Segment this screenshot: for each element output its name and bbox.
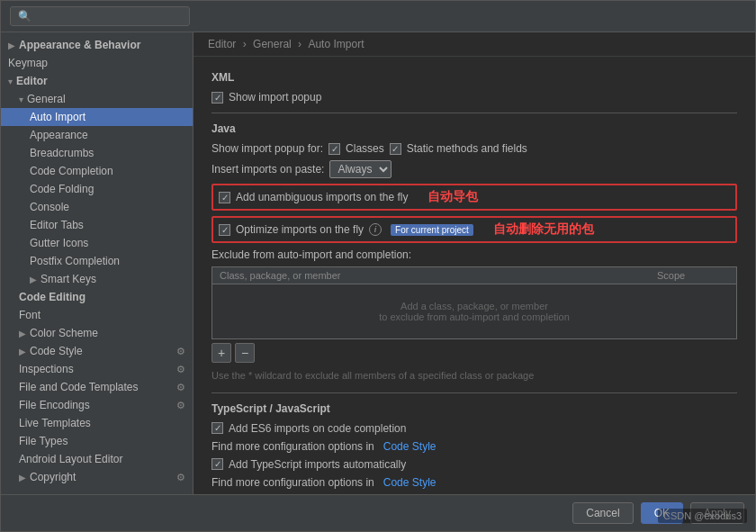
- breadcrumb-sep1: ›: [243, 38, 249, 50]
- sidebar-label-general: General: [27, 93, 66, 105]
- sidebar: ▶ Appearance & BehaviorKeymap▾ Editor▾ G…: [1, 32, 194, 494]
- sidebar-item-android-layout-editor[interactable]: Android Layout Editor: [1, 450, 193, 468]
- optimize-imports-checkbox[interactable]: [219, 224, 230, 236]
- optimize-imports-row: Optimize imports on the fly i For curren…: [212, 216, 737, 243]
- sidebar-item-console[interactable]: Console: [1, 198, 193, 216]
- sidebar-item-code-completion[interactable]: Code Completion: [1, 162, 193, 180]
- dialog-body: ▶ Appearance & BehaviorKeymap▾ Editor▾ G…: [1, 32, 755, 494]
- sidebar-item-breadcrumbs[interactable]: Breadcrumbs: [1, 144, 193, 162]
- sidebar-item-code-editing[interactable]: Code Editing: [1, 288, 193, 306]
- sidebar-label-editor-tabs: Editor Tabs: [30, 219, 84, 231]
- ts-add-typescript-label: Add TypeScript imports automatically: [229, 458, 406, 471]
- arrow-icon-color-scheme: ▶: [19, 329, 26, 338]
- sidebar-item-auto-import[interactable]: Auto Import: [1, 108, 193, 126]
- sidebar-label-gutter-icons: Gutter Icons: [30, 237, 88, 249]
- add-exclude-button[interactable]: +: [212, 343, 231, 363]
- sidebar-item-font[interactable]: Font: [1, 306, 193, 324]
- breadcrumb: Editor › General › Auto Import: [194, 32, 755, 57]
- settings-icon-file-encodings: ⚙: [176, 400, 185, 411]
- table-actions: + −: [212, 343, 737, 363]
- search-input[interactable]: [10, 6, 190, 26]
- add-unambiguous-annotation: 自动导包: [428, 189, 478, 205]
- remove-exclude-button[interactable]: −: [235, 343, 255, 363]
- exclude-table: Class, package, or member Scope Add a cl…: [212, 266, 737, 339]
- exclude-table-empty-text: Add a class, package, or memberto exclud…: [379, 301, 570, 322]
- ts-find-more2-row: Find more configuration options in Code …: [212, 476, 737, 489]
- xml-show-import-label: Show import popup: [229, 91, 321, 104]
- sidebar-item-general[interactable]: ▾ General: [1, 90, 193, 108]
- breadcrumb-sep2: ›: [298, 38, 304, 50]
- sidebar-label-keymap: Keymap: [8, 57, 48, 69]
- xml-show-import-checkbox[interactable]: [212, 92, 223, 104]
- ts-find-more1-row: Find more configuration options in Code …: [212, 440, 737, 453]
- xml-show-import-row: Show import popup: [212, 91, 737, 104]
- settings-dialog: ▶ Appearance & BehaviorKeymap▾ Editor▾ G…: [0, 0, 756, 532]
- ts-find-more1-prefix: Find more configuration options in: [212, 440, 374, 453]
- sidebar-item-file-types[interactable]: File Types: [1, 432, 193, 450]
- add-unambiguous-row: Add unambiguous imports on the fly 自动导包: [212, 184, 737, 211]
- java-insert-imports-select[interactable]: Always Ask Never: [329, 160, 392, 178]
- sidebar-label-live-templates: Live Templates: [19, 417, 91, 429]
- divider-1: [212, 113, 737, 113]
- sidebar-item-code-folding[interactable]: Code Folding: [1, 180, 193, 198]
- watermark: CSDN @exodus3: [658, 509, 747, 523]
- sidebar-label-file-encodings: File Encodings: [19, 399, 90, 411]
- sidebar-item-editor[interactable]: ▾ Editor: [1, 72, 193, 90]
- sidebar-item-postfix-completion[interactable]: Postfix Completion: [1, 252, 193, 270]
- sidebar-item-keymap[interactable]: Keymap: [1, 54, 193, 72]
- optimize-imports-info-icon[interactable]: i: [369, 223, 382, 236]
- content-inner: XML Show import popup Java Show import p…: [194, 57, 755, 494]
- sidebar-item-copyright[interactable]: ▶ Copyright⚙: [1, 468, 193, 486]
- sidebar-label-editor: Editor: [16, 75, 48, 87]
- ts-add-typescript-row: Add TypeScript imports automatically: [212, 458, 737, 471]
- java-classes-checkbox[interactable]: [328, 143, 340, 155]
- sidebar-item-code-style[interactable]: ▶ Code Style⚙: [1, 342, 193, 360]
- sidebar-label-inspections: Inspections: [19, 363, 74, 375]
- arrow-icon-smart-keys: ▶: [30, 275, 37, 284]
- exclude-table-body: Add a class, package, or memberto exclud…: [212, 284, 736, 338]
- optimize-imports-label: Optimize imports on the fly: [236, 223, 364, 236]
- sidebar-label-smart-keys: Smart Keys: [40, 273, 96, 285]
- sidebar-item-appearance[interactable]: Appearance: [1, 126, 193, 144]
- sidebar-item-appearance-behavior[interactable]: ▶ Appearance & Behavior: [1, 36, 193, 54]
- sidebar-item-live-templates[interactable]: Live Templates: [1, 414, 193, 432]
- ts-find-more1-link[interactable]: Code Style: [383, 440, 436, 453]
- sidebar-item-color-scheme[interactable]: ▶ Color Scheme: [1, 324, 193, 342]
- sidebar-label-code-editing: Code Editing: [19, 291, 86, 303]
- divider-2: [212, 392, 737, 393]
- sidebar-item-inspections[interactable]: Inspections⚙: [1, 360, 193, 378]
- java-show-popup-prefix: Show import popup for:: [212, 142, 323, 155]
- dialog-footer: Cancel OK Apply CSDN @exodus3: [1, 494, 755, 531]
- cancel-button[interactable]: Cancel: [572, 502, 633, 524]
- add-unambiguous-label: Add unambiguous imports on the fly: [236, 191, 408, 203]
- sidebar-label-copyright: Copyright: [30, 471, 76, 483]
- settings-icon-inspections: ⚙: [176, 364, 185, 375]
- sidebar-label-code-folding: Code Folding: [30, 183, 94, 195]
- java-classes-label: Classes: [346, 142, 384, 155]
- ts-es6-row: Add ES6 imports on code completion: [212, 422, 737, 435]
- exclude-col1-header: Class, package, or member: [220, 270, 657, 281]
- sidebar-item-file-code-templates[interactable]: File and Code Templates⚙: [1, 378, 193, 396]
- sidebar-item-file-encodings[interactable]: File Encodings⚙: [1, 396, 193, 414]
- sidebar-label-postfix-completion: Postfix Completion: [30, 255, 120, 267]
- sidebar-item-smart-keys[interactable]: ▶ Smart Keys: [1, 270, 193, 288]
- sidebar-item-editor-tabs[interactable]: Editor Tabs: [1, 216, 193, 234]
- sidebar-label-file-types: File Types: [19, 435, 68, 447]
- java-static-label: Static methods and fields: [407, 142, 527, 155]
- sidebar-item-gutter-icons[interactable]: Gutter Icons: [1, 234, 193, 252]
- sidebar-label-appearance: Appearance: [30, 129, 88, 141]
- ts-add-typescript-checkbox[interactable]: [212, 458, 223, 470]
- arrow-icon-copyright: ▶: [19, 473, 26, 482]
- exclude-title: Exclude from auto-import and completion:: [212, 248, 411, 261]
- java-static-checkbox[interactable]: [390, 143, 401, 155]
- ts-find-more2-link[interactable]: Code Style: [383, 476, 436, 489]
- ts-find-more2-prefix: Find more configuration options in: [212, 476, 374, 489]
- exclude-section: Exclude from auto-import and completion:…: [212, 248, 737, 383]
- ts-es6-checkbox[interactable]: [212, 422, 223, 434]
- arrow-icon-editor: ▾: [8, 77, 13, 86]
- exclude-col2-header: Scope: [657, 270, 729, 281]
- sidebar-label-code-completion: Code Completion: [30, 165, 113, 177]
- sidebar-label-color-scheme: Color Scheme: [30, 327, 98, 339]
- add-unambiguous-checkbox[interactable]: [219, 192, 230, 203]
- arrow-icon-general: ▾: [19, 95, 23, 104]
